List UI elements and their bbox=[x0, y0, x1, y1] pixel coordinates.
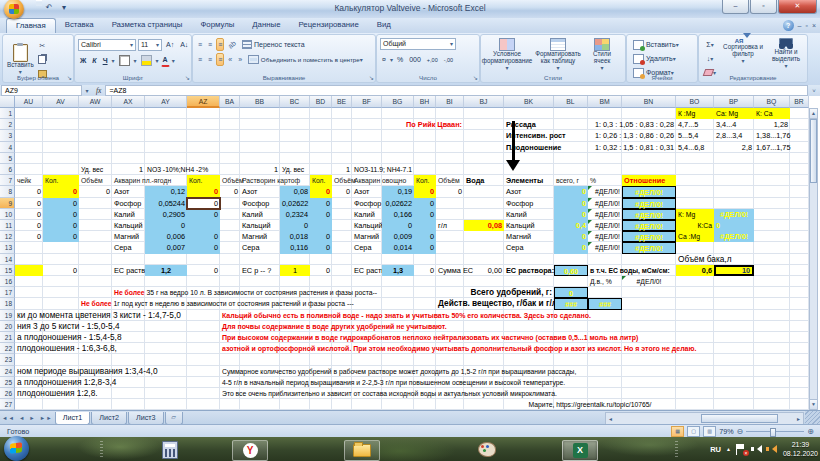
cell-AV15[interactable]: 0 bbox=[43, 265, 79, 276]
cell-AY10[interactable]: 0,2905 bbox=[145, 209, 187, 220]
volume-icon[interactable] bbox=[766, 444, 776, 454]
row-header-21[interactable]: 21 bbox=[0, 332, 15, 343]
cell-BK11[interactable]: Кальций bbox=[504, 220, 554, 231]
row-header-20[interactable]: 20 bbox=[0, 321, 15, 332]
vertical-scroll-thumb[interactable] bbox=[810, 119, 817, 183]
cell-AV9[interactable]: 0 bbox=[43, 198, 79, 209]
cell-BF9[interactable]: Фосфор bbox=[352, 198, 382, 209]
percent-style-button[interactable]: % bbox=[395, 53, 405, 66]
name-box[interactable]: AZ9 bbox=[1, 85, 82, 96]
column-header-AX[interactable]: AX bbox=[112, 96, 145, 108]
cell-BI11[interactable]: г/л bbox=[436, 220, 464, 231]
number-dialog-launcher[interactable]: ↘ bbox=[473, 75, 478, 81]
align-top-button[interactable]: ≡ bbox=[196, 38, 204, 51]
paste-button[interactable]: Вставить▾ bbox=[7, 44, 34, 76]
column-header-BI[interactable]: BI bbox=[436, 96, 464, 108]
italic-button[interactable]: К bbox=[90, 54, 98, 67]
cell-BK3[interactable]: Интенсивн. рост bbox=[504, 130, 588, 141]
column-header-BF[interactable]: BF bbox=[352, 96, 382, 108]
zoom-slider-thumb[interactable] bbox=[770, 428, 776, 437]
browser-taskbar-button[interactable]: Y bbox=[232, 440, 268, 461]
restore-button[interactable]: ▫ bbox=[750, 0, 777, 14]
help-icon[interactable]: ? bbox=[783, 20, 794, 31]
ribbon-tab-6[interactable]: Вид bbox=[368, 18, 400, 33]
cell-AX17[interactable]: Не более 35 г на ведро 10 л. В зависимос… bbox=[112, 287, 436, 298]
fill-color-button[interactable] bbox=[139, 54, 154, 67]
cell-BL9[interactable]: 0 bbox=[554, 198, 588, 209]
cell-BJ15[interactable]: 0,00 bbox=[464, 265, 504, 276]
cell-AX11[interactable]: Кальций bbox=[112, 220, 145, 231]
copy-button[interactable] bbox=[36, 53, 49, 66]
cell-AZ11[interactable] bbox=[187, 220, 220, 231]
cell-BM16[interactable]: Д.в., % bbox=[588, 276, 622, 287]
cell-BM7[interactable]: % bbox=[588, 175, 622, 186]
borders-button[interactable] bbox=[117, 54, 132, 67]
cell-BL7[interactable]: всего, г bbox=[554, 175, 588, 186]
cell-BC6[interactable]: Уд. вес bbox=[280, 164, 332, 175]
align-center-button[interactable]: ≡ bbox=[206, 53, 214, 66]
sort-filter-button[interactable]: АЯ Сортировка и фильтр▾ bbox=[721, 38, 765, 64]
fill-button[interactable]: ↓▾ bbox=[702, 52, 718, 65]
vertical-scrollbar[interactable]: ▲ ▼ bbox=[809, 108, 818, 410]
cell-AZ10[interactable]: 0 bbox=[187, 209, 220, 220]
shrink-font-button[interactable]: А↓ bbox=[178, 38, 190, 51]
prev-sheet-button[interactable]: ◄ bbox=[17, 415, 27, 421]
cell-BN9[interactable]: #ДЕЛ/0! bbox=[622, 198, 676, 209]
cell-AV11[interactable]: 0 bbox=[43, 220, 79, 231]
cell-BO1[interactable]: К :Mg bbox=[676, 108, 714, 119]
row-header-1[interactable]: 1 bbox=[0, 108, 15, 119]
decrease-decimal-button[interactable]: -,00 bbox=[442, 53, 455, 66]
cell-BK27[interactable]: Марите, https://greentalk.ru/topic/10765… bbox=[504, 399, 676, 410]
cell-BI18[interactable]: Действ. вещество, г/бак и г/л bbox=[436, 298, 554, 309]
cell-AU19[interactable]: ки до момента цветения 3 кисти - 1:4,7-5… bbox=[15, 310, 240, 321]
zoom-out-button[interactable]: ⊖ bbox=[737, 427, 744, 436]
cell-AU12[interactable]: 0 bbox=[15, 231, 43, 242]
cell-BB6[interactable]: 1 bbox=[240, 164, 280, 175]
cell-AV8[interactable]: 0 bbox=[43, 186, 79, 197]
cell-BK9[interactable]: Фосфор bbox=[504, 198, 554, 209]
cell-BF11[interactable]: Кальций bbox=[352, 220, 382, 231]
cell-BP10[interactable]: #ДЕЛ/0! bbox=[714, 209, 754, 220]
cell-AU21[interactable]: а плодоношения - 1:5,4-5,8 bbox=[15, 332, 240, 343]
cell-BJ17[interactable]: Всего удобрений, г: bbox=[464, 287, 554, 298]
cell-AY15[interactable]: 1,2 bbox=[145, 265, 187, 276]
action-center-flag-icon[interactable] bbox=[736, 444, 746, 455]
zoom-slider[interactable] bbox=[746, 427, 804, 436]
cell-BM4[interactable]: 1: 0,32 : 1,5 : 0,81 : 0,31 bbox=[588, 142, 676, 153]
cell-BB7[interactable]: Растворин картоф bbox=[240, 175, 310, 186]
cell-BD11[interactable] bbox=[310, 220, 332, 231]
normal-view-button[interactable]: ▦ bbox=[671, 426, 684, 437]
row-header-18[interactable]: 18 bbox=[0, 298, 15, 309]
cell-BN7[interactable]: Отношение bbox=[622, 175, 676, 186]
cell-BI15[interactable]: Сумма ЕС bbox=[436, 265, 464, 276]
number-format-select[interactable]: Общий▾ bbox=[380, 38, 456, 50]
comma-style-button[interactable]: 000 bbox=[407, 53, 423, 66]
row-header-12[interactable]: 12 bbox=[0, 231, 15, 242]
cell-AY9[interactable]: 0,05244 bbox=[145, 198, 187, 209]
cell-BB13[interactable]: Сера bbox=[240, 242, 280, 253]
cell-BJ7[interactable]: Вода bbox=[464, 175, 504, 186]
cell-BP15[interactable]: 10 bbox=[714, 265, 754, 276]
cell-AU26[interactable]: плодоношения 1:2,8. bbox=[15, 388, 240, 399]
scroll-right-icon[interactable]: ► bbox=[794, 416, 803, 422]
cell-AV12[interactable]: 0 bbox=[43, 231, 79, 242]
grow-font-button[interactable]: А↑ bbox=[164, 38, 176, 51]
increase-indent-button[interactable]: » bbox=[236, 53, 244, 66]
cell-BK8[interactable]: Азот bbox=[504, 186, 554, 197]
cell-AZ12[interactable]: 0 bbox=[187, 231, 220, 242]
cell-AZ8[interactable]: 0 bbox=[187, 186, 220, 197]
cell-BB9[interactable]: Фосфор bbox=[240, 198, 280, 209]
cell-AY11[interactable]: 0 bbox=[145, 220, 187, 231]
row-header-7[interactable]: 7 bbox=[0, 175, 15, 186]
cell-BC8[interactable]: 0,08 bbox=[280, 186, 310, 197]
cell-BO12[interactable]: Ca :Mg bbox=[676, 231, 714, 242]
cell-BB12[interactable]: Магний bbox=[240, 231, 280, 242]
close-button[interactable]: ✕ bbox=[778, 0, 817, 14]
scroll-left-icon[interactable]: ◄ bbox=[606, 416, 615, 422]
cell-BP2[interactable]: 3,4...4 bbox=[714, 119, 754, 130]
cut-button[interactable]: ✂ bbox=[36, 39, 49, 52]
wb-restore-button[interactable]: ▫ bbox=[805, 22, 807, 29]
cell-BB11[interactable]: Кальций bbox=[240, 220, 280, 231]
cell-AY6[interactable]: NO3 -10%;NH4 -2% bbox=[145, 164, 220, 175]
decrease-indent-button[interactable]: « bbox=[226, 53, 234, 66]
